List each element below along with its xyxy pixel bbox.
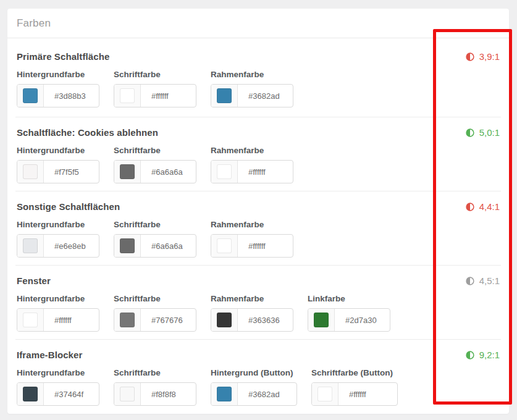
color-swatch[interactable] (120, 313, 135, 327)
color-swatch[interactable] (217, 387, 232, 401)
color-picker-addon[interactable] (312, 383, 338, 405)
color-field: Rahmenfarbe (211, 294, 293, 332)
color-picker-addon[interactable] (114, 85, 141, 107)
contrast-icon (466, 351, 474, 359)
field-label: Rahmenfarbe (211, 146, 293, 155)
field-label: Hintergrundfarbe (17, 70, 99, 79)
color-picker-addon[interactable] (114, 309, 141, 331)
color-input-group (114, 160, 196, 183)
hex-color-input[interactable] (338, 383, 397, 405)
color-picker-addon[interactable] (308, 309, 335, 331)
color-picker-addon[interactable] (17, 235, 44, 257)
hex-color-input[interactable] (238, 383, 296, 405)
hex-color-input[interactable] (44, 309, 99, 331)
color-input-group (211, 234, 293, 258)
field-label: Hintergrundfarbe (17, 368, 99, 377)
color-field: Rahmenfarbe (211, 220, 293, 258)
color-swatch[interactable] (23, 164, 38, 179)
field-label: Rahmenfarbe (211, 70, 293, 79)
section-title: Sonstige Schaltflächen (17, 201, 120, 212)
hex-color-input[interactable] (141, 235, 196, 257)
hex-color-input[interactable] (44, 161, 99, 183)
color-input-group (308, 308, 390, 332)
color-swatch[interactable] (23, 387, 38, 401)
color-picker-addon[interactable] (211, 383, 238, 405)
color-swatch[interactable] (120, 238, 135, 253)
color-picker-addon[interactable] (211, 85, 238, 107)
color-picker-addon[interactable] (17, 161, 44, 183)
field-label: Schriftfarbe (114, 70, 196, 79)
field-label: Hintergrundfarbe (17, 294, 99, 303)
color-picker-addon[interactable] (211, 235, 238, 257)
field-label: Schriftfarbe (114, 220, 196, 229)
color-picker-addon[interactable] (17, 383, 44, 405)
color-field: Hintergrundfarbe (17, 368, 99, 406)
color-input-group (311, 382, 398, 406)
contrast-ratio-value: 4,4:1 (479, 201, 500, 212)
color-field: Hintergrundfarbe (17, 70, 99, 107)
contrast-ratio-badge: 9,2:1 (466, 350, 500, 360)
color-swatch[interactable] (217, 238, 232, 253)
color-picker-addon[interactable] (114, 235, 141, 257)
color-field: Schriftfarbe (114, 368, 196, 406)
hex-color-input[interactable] (141, 161, 196, 183)
contrast-ratio-badge: 5,0:1 (466, 127, 500, 138)
hex-color-input[interactable] (141, 85, 196, 107)
color-swatch[interactable] (120, 164, 135, 179)
hex-color-input[interactable] (238, 85, 293, 107)
contrast-icon (466, 203, 474, 211)
color-swatch[interactable] (23, 88, 38, 103)
field-label: Schriftfarbe (114, 294, 196, 303)
color-swatch[interactable] (217, 313, 232, 327)
color-field: Schriftfarbe (114, 70, 196, 107)
color-picker-addon[interactable] (17, 85, 44, 107)
section-title: Schaltfläche: Cookies ablehnen (17, 127, 158, 138)
color-picker-addon[interactable] (211, 161, 238, 183)
color-field: Linkfarbe (308, 294, 390, 332)
color-field: Schriftfarbe (114, 146, 196, 183)
field-label: Schriftfarbe (114, 368, 196, 377)
color-input-group (17, 234, 99, 258)
section-title: Primäre Schaltfläche (17, 51, 109, 62)
field-label: Hintergrund (Button) (211, 368, 297, 377)
section-sonstige-schaltflaechen: Sonstige Schaltflächen 4,4:1 Hintergrund… (15, 191, 501, 266)
section-title: Iframe-Blocker (17, 350, 82, 360)
color-swatch[interactable] (23, 238, 38, 253)
color-field: Rahmenfarbe (211, 146, 293, 183)
hex-color-input[interactable] (141, 309, 196, 331)
hex-color-input[interactable] (238, 309, 293, 331)
field-label: Rahmenfarbe (211, 294, 293, 303)
color-swatch[interactable] (314, 313, 329, 327)
color-picker-addon[interactable] (114, 383, 141, 405)
color-input-group (17, 382, 99, 406)
color-input-group (17, 160, 99, 183)
color-input-group (211, 84, 293, 107)
hex-color-input[interactable] (44, 85, 99, 107)
color-picker-addon[interactable] (114, 161, 141, 183)
color-picker-addon[interactable] (211, 309, 238, 331)
hex-color-input[interactable] (141, 383, 196, 405)
hex-color-input[interactable] (335, 309, 390, 331)
color-input-group (17, 308, 99, 332)
hex-color-input[interactable] (238, 235, 293, 257)
color-swatch[interactable] (23, 313, 38, 327)
color-input-group (211, 382, 297, 406)
color-swatch[interactable] (217, 164, 232, 179)
hex-color-input[interactable] (44, 383, 99, 405)
color-swatch[interactable] (217, 88, 232, 103)
color-field: Hintergrundfarbe (17, 294, 99, 332)
hex-color-input[interactable] (44, 235, 99, 257)
color-input-group (211, 160, 293, 183)
contrast-ratio-badge: 3,9:1 (466, 51, 500, 62)
section-title: Fenster (17, 275, 51, 286)
color-input-group (114, 382, 196, 406)
color-swatch[interactable] (120, 387, 135, 401)
color-picker-addon[interactable] (17, 309, 44, 331)
color-input-group (114, 308, 196, 332)
contrast-ratio-badge: 4,4:1 (466, 201, 500, 212)
color-swatch[interactable] (317, 387, 332, 401)
field-label: Schriftfarbe (Button) (311, 368, 398, 377)
hex-color-input[interactable] (238, 161, 293, 183)
color-swatch[interactable] (120, 88, 135, 103)
section-cookies-ablehnen: Schaltfläche: Cookies ablehnen 5,0:1 Hin… (15, 117, 501, 191)
